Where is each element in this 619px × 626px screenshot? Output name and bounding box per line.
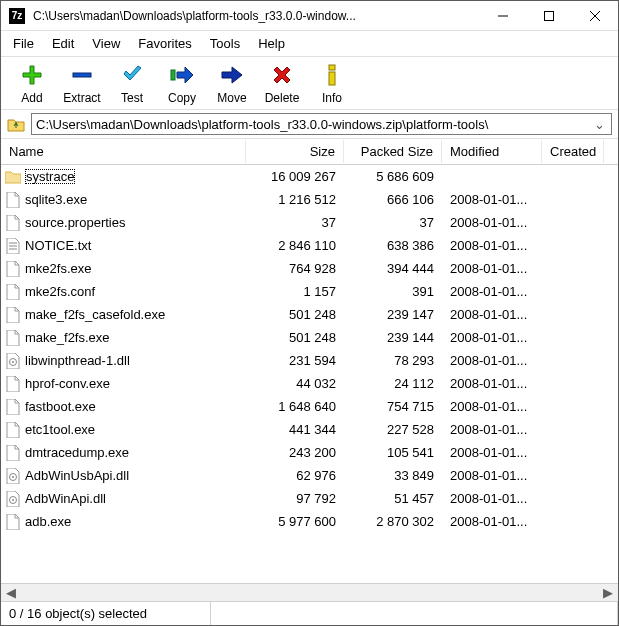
window-title: C:\Users\madan\Downloads\platform-tools_… <box>33 9 480 23</box>
file-modified: 2008-01-01... <box>442 307 542 322</box>
menu-view[interactable]: View <box>84 33 128 54</box>
table-row[interactable]: AdbWinApi.dll97 79251 4572008-01-01... <box>1 487 618 510</box>
horizontal-scrollbar[interactable]: ◀ ▶ <box>1 583 618 601</box>
menubar: File Edit View Favorites Tools Help <box>1 31 618 56</box>
dll-icon <box>5 491 21 507</box>
exe-icon <box>5 376 21 392</box>
x-icon <box>270 63 294 87</box>
file-packed-size: 51 457 <box>344 491 442 506</box>
up-folder-button[interactable] <box>7 115 25 133</box>
file-name: AdbWinUsbApi.dll <box>25 468 129 483</box>
file-modified: 2008-01-01... <box>442 468 542 483</box>
file-name: hprof-conv.exe <box>25 376 110 391</box>
table-row[interactable]: sqlite3.exe1 216 512666 1062008-01-01... <box>1 188 618 211</box>
table-row[interactable]: make_f2fs_casefold.exe501 248239 1472008… <box>1 303 618 326</box>
table-row[interactable]: mke2fs.exe764 928394 4442008-01-01... <box>1 257 618 280</box>
window-controls <box>480 1 618 31</box>
scroll-left-icon[interactable]: ◀ <box>3 585 19 601</box>
file-name: fastboot.exe <box>25 399 96 414</box>
minimize-button[interactable] <box>480 1 526 31</box>
chevron-down-icon[interactable]: ⌄ <box>591 117 607 132</box>
close-button[interactable] <box>572 1 618 31</box>
pathbar: C:\Users\madan\Downloads\platform-tools_… <box>1 109 618 139</box>
svg-rect-1 <box>545 11 554 20</box>
file-size: 16 009 267 <box>246 169 344 184</box>
file-size: 231 594 <box>246 353 344 368</box>
exe-icon <box>5 330 21 346</box>
add-label: Add <box>21 91 42 105</box>
exe-icon <box>5 514 21 530</box>
statusbar: 0 / 16 object(s) selected <box>1 601 618 625</box>
file-modified: 2008-01-01... <box>442 330 542 345</box>
menu-help[interactable]: Help <box>250 33 293 54</box>
minus-icon <box>70 63 94 87</box>
dll-icon <box>5 468 21 484</box>
menu-favorites[interactable]: Favorites <box>130 33 199 54</box>
info-icon <box>320 63 344 87</box>
file-packed-size: 638 386 <box>344 238 442 253</box>
file-packed-size: 391 <box>344 284 442 299</box>
delete-button[interactable]: Delete <box>257 61 307 107</box>
table-row[interactable]: mke2fs.conf1 1573912008-01-01... <box>1 280 618 303</box>
path-combobox[interactable]: C:\Users\madan\Downloads\platform-tools_… <box>31 113 612 135</box>
file-modified: 2008-01-01... <box>442 353 542 368</box>
column-headers: Name Size Packed Size Modified Created <box>1 139 618 165</box>
file-packed-size: 227 528 <box>344 422 442 437</box>
file-modified: 2008-01-01... <box>442 514 542 529</box>
col-packed[interactable]: Packed Size <box>344 140 442 163</box>
file-packed-size: 78 293 <box>344 353 442 368</box>
file-modified: 2008-01-01... <box>442 192 542 207</box>
table-row[interactable]: NOTICE.txt2 846 110638 3862008-01-01... <box>1 234 618 257</box>
file-modified: 2008-01-01... <box>442 261 542 276</box>
table-row[interactable]: fastboot.exe1 648 640754 7152008-01-01..… <box>1 395 618 418</box>
menu-file[interactable]: File <box>5 33 42 54</box>
col-name[interactable]: Name <box>1 140 246 163</box>
file-size: 1 157 <box>246 284 344 299</box>
col-modified[interactable]: Modified <box>442 140 542 163</box>
file-icon <box>5 215 21 231</box>
copy-label: Copy <box>168 91 196 105</box>
maximize-button[interactable] <box>526 1 572 31</box>
col-created[interactable]: Created <box>542 140 604 163</box>
delete-label: Delete <box>265 91 300 105</box>
file-size: 2 846 110 <box>246 238 344 253</box>
file-size: 243 200 <box>246 445 344 460</box>
file-packed-size: 239 147 <box>344 307 442 322</box>
svg-point-12 <box>12 361 14 363</box>
copy-button[interactable]: Copy <box>157 61 207 107</box>
file-name: mke2fs.exe <box>25 261 91 276</box>
table-row[interactable]: AdbWinUsbApi.dll62 97633 8492008-01-01..… <box>1 464 618 487</box>
table-row[interactable]: hprof-conv.exe44 03224 1122008-01-01... <box>1 372 618 395</box>
test-label: Test <box>121 91 143 105</box>
add-button[interactable]: Add <box>7 61 57 107</box>
table-row[interactable]: systrace16 009 2675 686 609 <box>1 165 618 188</box>
file-modified: 2008-01-01... <box>442 422 542 437</box>
extract-button[interactable]: Extract <box>57 61 107 107</box>
folder-icon <box>5 169 21 185</box>
table-row[interactable]: source.properties37372008-01-01... <box>1 211 618 234</box>
test-button[interactable]: Test <box>107 61 157 107</box>
exe-icon <box>5 445 21 461</box>
exe-icon <box>5 422 21 438</box>
menu-edit[interactable]: Edit <box>44 33 82 54</box>
file-name: make_f2fs_casefold.exe <box>25 307 165 322</box>
dll-icon <box>5 353 21 369</box>
table-row[interactable]: libwinpthread-1.dll231 59478 2932008-01-… <box>1 349 618 372</box>
table-row[interactable]: adb.exe5 977 6002 870 3022008-01-01... <box>1 510 618 533</box>
table-row[interactable]: make_f2fs.exe501 248239 1442008-01-01... <box>1 326 618 349</box>
file-size: 44 032 <box>246 376 344 391</box>
file-name: NOTICE.txt <box>25 238 91 253</box>
exe-icon <box>5 399 21 415</box>
table-row[interactable]: etc1tool.exe441 344227 5282008-01-01... <box>1 418 618 441</box>
col-size[interactable]: Size <box>246 140 344 163</box>
info-button[interactable]: Info <box>307 61 357 107</box>
file-size: 501 248 <box>246 307 344 322</box>
svg-rect-7 <box>329 72 335 85</box>
menu-tools[interactable]: Tools <box>202 33 248 54</box>
scroll-right-icon[interactable]: ▶ <box>600 585 616 601</box>
file-size: 1 648 640 <box>246 399 344 414</box>
table-row[interactable]: dmtracedump.exe243 200105 5412008-01-01.… <box>1 441 618 464</box>
move-button[interactable]: Move <box>207 61 257 107</box>
file-packed-size: 666 106 <box>344 192 442 207</box>
app-icon: 7z <box>9 8 25 24</box>
